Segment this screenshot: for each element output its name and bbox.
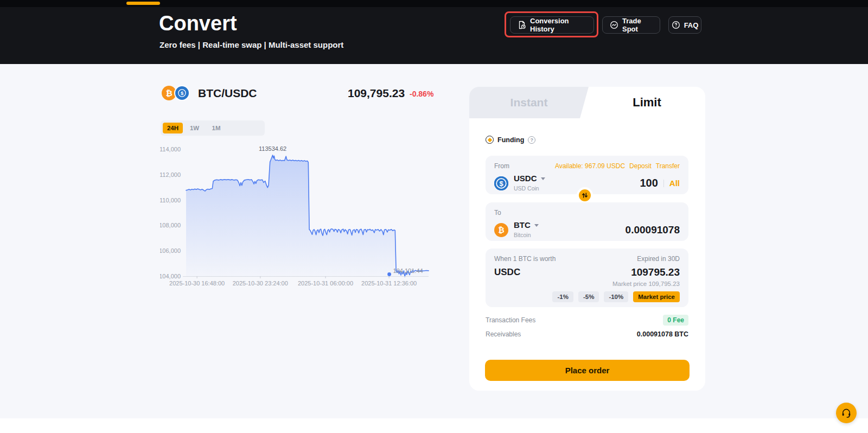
to-asset-symbol: BTC — [514, 220, 531, 230]
headset-icon — [841, 407, 852, 418]
y-axis-tick-label: 112,000 — [160, 171, 181, 178]
from-asset-fullname: USD Coin — [514, 185, 539, 192]
pair-change-badge: -0.86% — [410, 90, 433, 98]
conversion-history-label: Conversion History — [530, 17, 586, 33]
to-asset-fullname: Bitcoin — [514, 232, 531, 238]
expiry-label: Expired in 30D — [637, 255, 680, 263]
receivables-row: Receivables 0.00091078 BTC — [486, 330, 688, 338]
quote-asset-label: USDC — [494, 267, 520, 278]
receivables-label: Receivables — [486, 330, 521, 338]
swap-direction-button[interactable] — [577, 187, 593, 203]
percent-minus10-button[interactable]: -10% — [604, 291, 628, 302]
from-label: From — [494, 162, 509, 170]
timeframe-tab-1w[interactable]: 1W — [184, 123, 205, 133]
faq-label: FAQ — [684, 21, 699, 29]
pair-coin-icons: ₿ $ — [162, 86, 190, 101]
page-title: Convert — [159, 12, 237, 35]
trade-spot-label: Trade Spot — [622, 17, 653, 33]
swap-arrows-icon — [580, 191, 589, 200]
from-asset-symbol: USDC — [514, 174, 537, 183]
usdc-coin-icon: $ — [494, 176, 508, 190]
y-axis-tick-label: 114,000 — [160, 146, 181, 152]
convert-page: Convert Zero fees | Real-time swap | Mul… — [0, 0, 868, 433]
conversion-history-button[interactable]: Conversion History — [510, 16, 594, 34]
timeframe-tab-24h[interactable]: 24H — [163, 123, 183, 133]
price-area-fill — [186, 155, 429, 277]
market-price-button[interactable]: Market price — [633, 291, 680, 302]
deposit-link[interactable]: Deposit — [629, 162, 652, 170]
history-document-icon — [518, 21, 526, 29]
y-axis-tick-label: 108,000 — [160, 222, 181, 228]
percent-minus1-button[interactable]: -1% — [552, 291, 573, 302]
tab-instant[interactable]: Instant — [469, 87, 589, 118]
to-amount-value: 0.00091078 — [626, 224, 680, 236]
funding-help-icon[interactable]: ? — [528, 136, 535, 144]
from-asset-selector[interactable]: USDC USD Coin — [514, 174, 545, 193]
market-price-note: Market price 109,795.23 — [494, 281, 680, 287]
funding-label: Funding — [497, 136, 524, 144]
trade-spot-button[interactable]: Trade Spot — [602, 16, 660, 34]
y-axis-tick-label: 110,000 — [160, 197, 181, 203]
x-axis-tick-label: 2025-10-30 16:48:00 — [169, 280, 225, 286]
y-axis-tick-label: 104,000 — [160, 273, 181, 279]
btc-coin-icon: ₿ — [494, 223, 508, 237]
amount-divider — [663, 180, 664, 187]
peak-price-annotation: 113534.62 — [259, 145, 286, 152]
chevron-down-icon — [541, 177, 545, 180]
price-chart-svg: 114,000112,000110,000108,000106,000104,0… — [160, 140, 434, 292]
last-price-dot — [387, 272, 391, 276]
y-axis-tick-label: 106,000 — [160, 247, 181, 254]
support-chat-button[interactable] — [836, 403, 857, 423]
chevron-down-icon — [534, 224, 539, 227]
svg-text:$: $ — [181, 90, 184, 96]
question-circle-icon — [672, 21, 680, 29]
price-box-title: When 1 BTC is worth — [494, 255, 556, 263]
top-strip — [0, 0, 868, 7]
fees-value-badge: 0 Fee — [663, 315, 688, 326]
transfer-link[interactable]: Transfer — [656, 162, 680, 170]
content-background — [0, 64, 868, 418]
page-header: Convert Zero fees | Real-time swap | Mul… — [0, 0, 868, 64]
pair-name: BTC/USDC — [198, 87, 257, 100]
transaction-fees-row: Transaction Fees 0 Fee — [486, 315, 688, 326]
place-order-button[interactable]: Place order — [485, 360, 690, 381]
x-axis-tick-label: 2025-10-30 23:24:00 — [233, 280, 288, 286]
faq-button[interactable]: FAQ — [668, 16, 701, 34]
funding-wallet-icon — [486, 136, 494, 144]
percent-minus5-button[interactable]: -5% — [578, 291, 599, 302]
svg-text:$: $ — [499, 179, 503, 187]
timeframe-tabs: 24H 1W 1M — [161, 120, 265, 136]
x-axis-tick-label: 2025-10-31 06:00:00 — [298, 280, 353, 286]
limit-price-box: When 1 BTC is worth Expired in 30D USDC … — [486, 249, 688, 307]
usdc-coin-icon: $ — [174, 85, 190, 101]
to-label: To — [494, 209, 501, 217]
pair-price: 109,795.23 — [348, 87, 405, 100]
last-price-annotation: 104,101.44 — [393, 268, 423, 274]
available-balance: Available: 967.09 USDC — [555, 162, 625, 170]
timeframe-tab-1m[interactable]: 1M — [206, 123, 226, 133]
to-asset-selector[interactable]: BTC Bitcoin — [514, 220, 539, 239]
fees-label: Transaction Fees — [486, 316, 535, 324]
x-axis-tick-label: 2025-10-31 12:36:00 — [361, 280, 417, 286]
from-amount-input[interactable]: 100 — [640, 177, 658, 189]
convert-panel: Instant Limit Funding ? From Available: … — [469, 87, 705, 391]
price-chart: 114,000112,000110,000108,000106,000104,0… — [160, 140, 434, 292]
receivables-value: 0.00091078 BTC — [637, 330, 688, 338]
page-subtitle: Zero fees | Real-time swap | Multi-asset… — [159, 40, 343, 49]
funding-account-selector[interactable]: Funding ? — [486, 136, 535, 144]
limit-price-input[interactable]: 109795.23 — [631, 266, 680, 278]
all-max-button[interactable]: All — [669, 179, 680, 188]
nav-active-indicator — [126, 2, 160, 5]
trade-wave-circle-icon — [610, 21, 618, 29]
to-box: To ₿ BTC Bitcoin 0.00091078 — [486, 202, 688, 241]
tab-limit[interactable]: Limit — [589, 87, 705, 118]
